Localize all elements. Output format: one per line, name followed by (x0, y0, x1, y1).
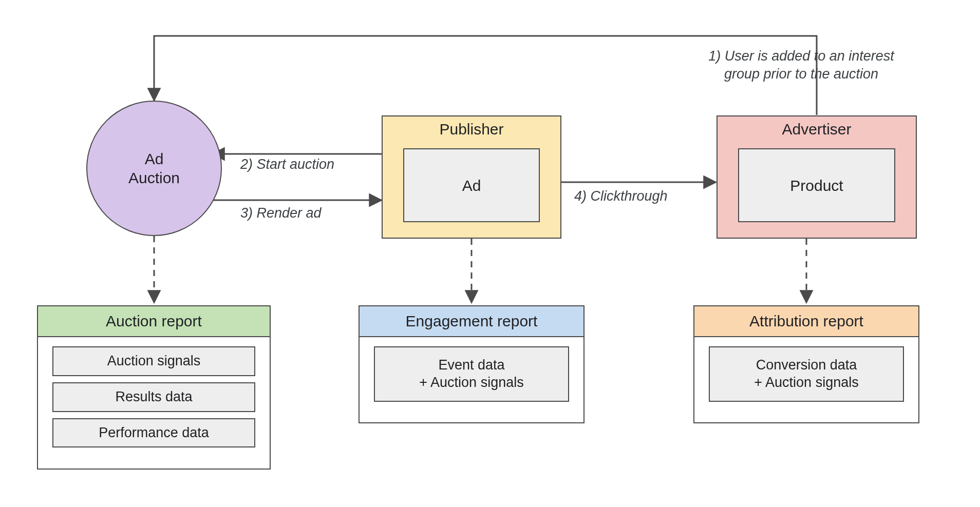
auction-report-item: Results data (52, 382, 255, 412)
publisher-ad-slot: Ad (403, 148, 540, 222)
auction-report-title: Auction report (38, 306, 270, 337)
attribution-report-item: Conversion data + Auction signals (709, 346, 904, 402)
advertiser-node: Advertiser Product (717, 115, 917, 239)
auction-report: Auction report Auction signals Results d… (37, 305, 271, 470)
step2-label: 2) Start auction (240, 155, 369, 173)
publisher-title: Publisher (383, 116, 560, 143)
step4-label: 4) Clickthrough (574, 187, 708, 205)
publisher-ad-label: Ad (462, 176, 481, 196)
step3-label: 3) Render ad (240, 204, 369, 222)
step1-label: 1) User is added to an interest group pr… (657, 47, 945, 83)
attribution-report-body: Conversion data + Auction signals (694, 337, 918, 411)
attribution-report: Attribution report Conversion data + Auc… (693, 305, 919, 423)
engagement-report-body: Event data + Auction signals (360, 337, 583, 411)
engagement-report-item: Event data + Auction signals (374, 346, 569, 402)
engagement-report-title: Engagement report (360, 306, 583, 337)
auction-report-item: Performance data (52, 418, 255, 448)
advertiser-product-label: Product (790, 176, 843, 196)
attribution-report-title: Attribution report (694, 306, 918, 337)
diagram-canvas: Ad Auction Publisher Ad Advertiser Produ… (0, 0, 980, 507)
auction-report-item: Auction signals (52, 346, 255, 376)
publisher-node: Publisher Ad (382, 115, 561, 239)
auction-report-body: Auction signals Results data Performance… (38, 337, 270, 457)
ad-auction-node: Ad Auction (86, 101, 222, 236)
ad-auction-label: Ad Auction (128, 149, 180, 188)
advertiser-product-slot: Product (738, 148, 895, 222)
advertiser-title: Advertiser (718, 116, 916, 143)
engagement-report: Engagement report Event data + Auction s… (359, 305, 585, 423)
